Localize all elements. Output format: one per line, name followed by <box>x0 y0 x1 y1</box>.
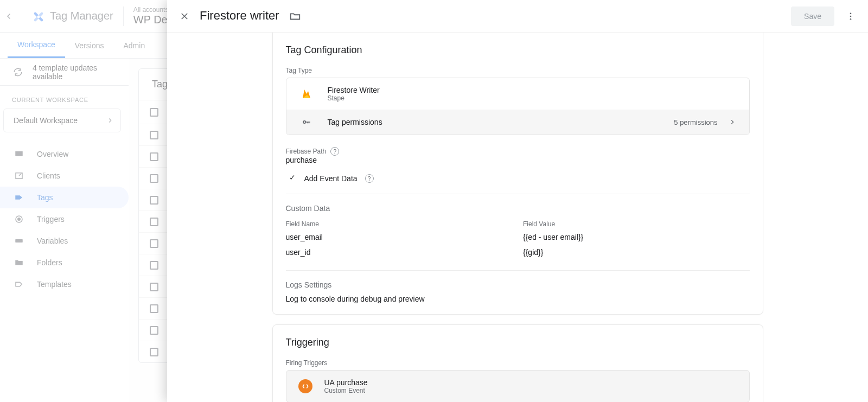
trigger-type: Custom Event <box>324 387 368 394</box>
panel-title: Triggering <box>286 337 750 348</box>
tag-detail-drawer: Firestore writer Save Tag Configuration … <box>167 0 868 402</box>
row-checkbox[interactable] <box>150 131 158 139</box>
firing-trigger-row[interactable]: UA purchase Custom Event <box>286 370 750 402</box>
svg-point-11 <box>303 121 306 124</box>
sidebar-item-templates[interactable]: Templates <box>0 273 129 295</box>
folder-icon <box>14 258 24 267</box>
sidebar-item-overview[interactable]: Overview <box>0 143 129 165</box>
sidebar-item-triggers[interactable]: Triggers <box>0 208 129 230</box>
checkmark-icon <box>289 175 297 182</box>
svg-rect-3 <box>15 151 23 156</box>
sidebar-item-label: Variables <box>37 237 68 245</box>
row-checkbox[interactable] <box>150 196 158 205</box>
svg-point-6 <box>18 218 21 221</box>
logs-settings-label: Logs Settings <box>286 280 750 289</box>
tag-type-vendor: Stape <box>328 94 380 102</box>
firing-triggers-label: Firing Triggers <box>286 359 750 367</box>
chevron-right-icon <box>106 117 114 124</box>
svg-point-9 <box>850 15 852 17</box>
tab-workspace[interactable]: Workspace <box>8 33 65 58</box>
field-value-value: {{ed - user email}} <box>523 231 750 244</box>
panel-title: Tag Configuration <box>286 44 750 56</box>
tag-permissions-label: Tag permissions <box>328 118 382 126</box>
firestore-writer-icon <box>299 87 314 100</box>
field-value-header: Field Value <box>523 220 750 228</box>
sidebar-item-label: Tags <box>37 193 53 202</box>
chevron-right-icon <box>729 118 736 126</box>
custom-event-icon <box>298 379 312 393</box>
tab-versions[interactable]: Versions <box>65 33 114 58</box>
add-event-data-label: Add Event Data <box>304 174 358 183</box>
firebase-path-label: Firebase Path <box>286 148 327 155</box>
row-checkbox[interactable] <box>150 326 158 335</box>
refresh-icon <box>13 67 23 77</box>
row-checkbox[interactable] <box>150 152 158 161</box>
field-value-value: {{gid}} <box>523 246 750 259</box>
sidebar-item-label: Clients <box>37 171 60 180</box>
help-icon[interactable]: ? <box>365 174 374 183</box>
trigger-name: UA purchase <box>324 378 368 387</box>
variable-icon <box>14 236 24 246</box>
tag-type-row[interactable]: Firestore Writer Stape <box>286 78 749 110</box>
row-checkbox[interactable] <box>150 239 158 248</box>
template-icon <box>14 279 24 289</box>
sidebar-item-tags[interactable]: Tags <box>0 187 129 208</box>
dashboard-icon <box>14 149 24 159</box>
back-button[interactable] <box>4 11 26 21</box>
sidebar-item-label: Overview <box>37 150 68 158</box>
field-name-header: Field Name <box>286 220 513 228</box>
drawer-title[interactable]: Firestore writer <box>200 9 279 23</box>
template-update-text: 4 template updates available <box>33 63 129 81</box>
add-event-data-row: Add Event Data ? <box>286 174 750 183</box>
tag-type-name: Firestore Writer <box>328 86 380 94</box>
container-name: WP De <box>133 14 169 26</box>
row-checkbox[interactable] <box>150 348 158 356</box>
field-name-value: user_id <box>286 246 513 259</box>
left-sidebar: 4 template updates available CURRENT WOR… <box>0 59 129 402</box>
custom-data-label: Custom Data <box>286 204 750 213</box>
svg-point-10 <box>850 18 852 20</box>
folder-picker-icon[interactable] <box>289 10 301 22</box>
accounts-label: All accounts <box>133 6 169 14</box>
sidebar-item-variables[interactable]: Variables <box>0 230 129 252</box>
sidebar-item-label: Templates <box>37 280 72 289</box>
row-checkbox[interactable] <box>150 174 158 183</box>
permissions-count: 5 permissions <box>674 118 717 126</box>
svg-rect-7 <box>15 239 23 243</box>
row-checkbox[interactable] <box>150 261 158 270</box>
more-menu-button[interactable] <box>841 7 860 26</box>
tag-type-label: Tag Type <box>286 67 750 74</box>
sidebar-item-folders[interactable]: Folders <box>0 252 129 273</box>
workspace-picker[interactable]: Default Workspace <box>3 109 121 132</box>
logs-settings-value: Log to console during debug and preview <box>286 295 750 303</box>
field-name-value: user_email <box>286 231 513 244</box>
client-icon <box>14 171 24 181</box>
svg-point-8 <box>850 12 852 14</box>
tab-admin[interactable]: Admin <box>113 33 155 58</box>
sidebar-item-label: Triggers <box>37 215 65 224</box>
help-icon[interactable]: ? <box>330 147 339 156</box>
close-button[interactable] <box>175 7 194 26</box>
key-icon <box>299 117 314 127</box>
workspace-section-label: CURRENT WORKSPACE <box>0 86 129 109</box>
app-title: Tag Manager <box>50 10 113 22</box>
row-checkbox[interactable] <box>150 218 158 226</box>
tag-permissions-row[interactable]: Tag permissions 5 permissions <box>286 110 749 135</box>
tag-icon <box>14 193 24 202</box>
svg-point-2 <box>37 15 40 18</box>
row-checkbox[interactable] <box>150 304 158 313</box>
sidebar-item-label: Folders <box>37 258 62 267</box>
gtm-logo <box>31 10 44 23</box>
template-update-bar[interactable]: 4 template updates available <box>0 59 129 86</box>
triggering-panel: Triggering Firing Triggers UA purchase C… <box>272 324 763 402</box>
account-switcher[interactable]: All accounts WP De <box>133 6 169 26</box>
firebase-path-value: purchase <box>286 156 750 164</box>
target-icon <box>14 214 24 224</box>
tag-configuration-panel: Tag Configuration Tag Type Firestore Wri… <box>272 33 763 315</box>
save-button[interactable]: Save <box>791 7 834 26</box>
select-all-checkbox[interactable] <box>150 108 158 117</box>
row-checkbox[interactable] <box>150 283 158 291</box>
workspace-name: Default Workspace <box>14 116 78 125</box>
sidebar-item-clients[interactable]: Clients <box>0 165 129 187</box>
